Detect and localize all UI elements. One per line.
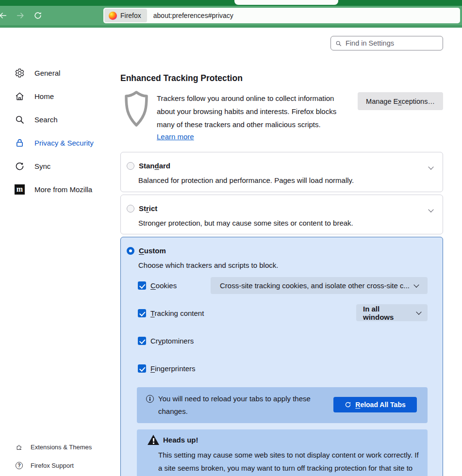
custom-label[interactable]: Custom bbox=[139, 246, 166, 255]
fingerprinters-label[interactable]: Fingerprinters bbox=[150, 364, 196, 373]
url-text: about:preferences#privacy bbox=[153, 12, 233, 19]
reload-icon bbox=[33, 11, 42, 20]
etp-intro-section: Trackers follow you around online to col… bbox=[120, 89, 443, 145]
browser-titlebar bbox=[0, 0, 462, 6]
standard-label[interactable]: Standard bbox=[139, 162, 170, 170]
standard-description: Balanced for protection and performance.… bbox=[138, 176, 354, 184]
home-icon bbox=[15, 91, 25, 101]
option-card-standard: Standard Balanced for protection and per… bbox=[120, 152, 443, 192]
browser-toolbar: Firefox about:preferences#privacy bbox=[0, 6, 462, 25]
mozilla-logo-icon: m bbox=[15, 184, 25, 195]
find-in-settings-input[interactable] bbox=[346, 39, 438, 47]
sidebar-item-label: General bbox=[34, 69, 60, 77]
sidebar-item-general[interactable]: General bbox=[15, 61, 116, 84]
chevron-down-icon[interactable] bbox=[428, 164, 433, 169]
cookies-label[interactable]: Cookies bbox=[150, 281, 177, 290]
heads-up-title: Heads up! bbox=[163, 436, 198, 444]
cryptominers-checkbox[interactable] bbox=[138, 337, 146, 345]
sidebar-item-firefox-support[interactable]: ? Firefox Support bbox=[16, 456, 122, 475]
reload-button[interactable] bbox=[31, 9, 45, 22]
sidebar-item-label: More from Mozilla bbox=[34, 185, 92, 194]
sidebar-item-sync[interactable]: Sync bbox=[15, 154, 116, 178]
reload-notice-text: You will need to reload your tabs to app… bbox=[158, 393, 319, 418]
page-title: Enhanced Tracking Protection bbox=[120, 73, 243, 83]
etp-description: Trackers follow you around online to col… bbox=[157, 92, 347, 131]
address-bar[interactable]: Firefox about:preferences#privacy bbox=[103, 8, 460, 23]
sync-icon bbox=[15, 161, 25, 171]
warning-triangle-icon bbox=[148, 435, 159, 445]
site-chip-label: Firefox bbox=[120, 12, 141, 19]
sidebar-item-label: Sync bbox=[34, 162, 50, 170]
reload-icon bbox=[345, 401, 351, 408]
sidebar-item-extensions-themes[interactable]: Extensions & Themes bbox=[16, 438, 122, 456]
option-card-strict: Strict Stronger protection, but may caus… bbox=[120, 195, 443, 234]
option-card-custom: Custom Choose which trackers and scripts… bbox=[120, 237, 443, 476]
tracking-content-checkbox[interactable] bbox=[138, 309, 146, 317]
cookies-checkbox[interactable] bbox=[138, 281, 146, 290]
find-in-settings-box[interactable] bbox=[330, 36, 443, 50]
back-button[interactable] bbox=[0, 9, 10, 22]
custom-radio[interactable] bbox=[127, 247, 134, 255]
tracking-content-dropdown[interactable]: In all windows bbox=[356, 304, 428, 321]
manage-exceptions-button[interactable]: Manage Exceptions… bbox=[358, 92, 443, 110]
standard-radio[interactable] bbox=[127, 162, 134, 170]
sidebar-item-label: Privacy & Security bbox=[34, 139, 94, 147]
gear-icon bbox=[15, 68, 25, 78]
sidebar-item-label: Search bbox=[34, 115, 58, 124]
custom-description: Choose which trackers and scripts to blo… bbox=[138, 261, 278, 269]
settings-sidebar: General Home Search Privacy & Security S… bbox=[15, 61, 116, 201]
learn-more-link[interactable]: Learn more bbox=[157, 132, 194, 141]
reload-tabs-notice: You will need to reload your tabs to app… bbox=[137, 387, 428, 423]
lock-icon bbox=[15, 138, 25, 148]
heads-up-text: This setting may cause some web sites to… bbox=[158, 448, 421, 476]
sidebar-item-search[interactable]: Search bbox=[15, 108, 116, 131]
strict-radio[interactable] bbox=[127, 205, 134, 213]
cryptominers-label[interactable]: Cryptominers bbox=[150, 337, 194, 345]
shield-icon bbox=[124, 90, 149, 127]
puzzle-piece-icon bbox=[16, 443, 23, 451]
cookies-row: Cookies bbox=[138, 281, 177, 290]
forward-button[interactable] bbox=[14, 9, 27, 22]
site-identity-chip[interactable]: Firefox bbox=[104, 9, 147, 22]
cookies-dropdown[interactable]: Cross-site tracking cookies, and isolate… bbox=[211, 277, 428, 294]
strict-label[interactable]: Strict bbox=[139, 204, 157, 213]
tracking-content-row: Tracking content bbox=[138, 309, 204, 317]
forward-arrow-icon bbox=[16, 11, 25, 20]
search-icon bbox=[335, 40, 342, 47]
sidebar-item-privacy-security[interactable]: Privacy & Security bbox=[15, 131, 116, 154]
search-icon bbox=[15, 115, 25, 125]
chevron-down-icon bbox=[416, 309, 421, 314]
footer-item-label: Firefox Support bbox=[31, 462, 74, 469]
cryptominers-row: Cryptominers bbox=[138, 337, 194, 345]
fingerprinters-checkbox[interactable] bbox=[138, 364, 146, 373]
tracking-content-label[interactable]: Tracking content bbox=[150, 309, 204, 317]
sidebar-item-more-from-mozilla[interactable]: m More from Mozilla bbox=[15, 178, 116, 201]
info-icon bbox=[146, 395, 154, 403]
sidebar-item-label: Home bbox=[34, 92, 54, 100]
back-arrow-icon bbox=[0, 11, 7, 20]
reload-all-tabs-label: Reload All Tabs bbox=[355, 401, 405, 409]
question-mark-icon: ? bbox=[16, 462, 23, 469]
heads-up-warning: Heads up! This setting may cause some we… bbox=[137, 429, 428, 476]
strict-description: Stronger protection, but may cause some … bbox=[138, 219, 353, 227]
firefox-logo-icon bbox=[109, 12, 117, 20]
cookies-dropdown-value: Cross-site tracking cookies, and isolate… bbox=[220, 281, 410, 290]
chevron-down-icon[interactable] bbox=[428, 207, 433, 212]
toolbar-bottom-edge bbox=[0, 25, 462, 28]
tracking-dropdown-value: In all windows bbox=[363, 305, 412, 321]
footer-item-label: Extensions & Themes bbox=[31, 443, 92, 451]
fingerprinters-row: Fingerprinters bbox=[138, 364, 196, 373]
browser-tab[interactable] bbox=[234, 0, 338, 5]
reload-all-tabs-button[interactable]: Reload All Tabs bbox=[333, 397, 417, 412]
chevron-down-icon bbox=[413, 282, 419, 287]
sidebar-footer: Extensions & Themes ? Firefox Support bbox=[16, 438, 122, 475]
sidebar-item-home[interactable]: Home bbox=[15, 84, 116, 108]
